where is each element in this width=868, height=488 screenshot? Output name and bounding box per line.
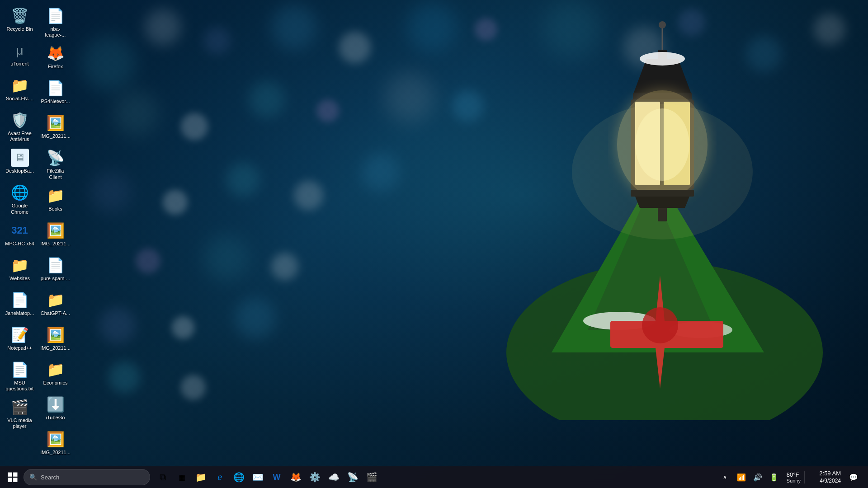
icon-img-3[interactable]: 🖼️ IMG_20211... (38, 323, 72, 357)
svg-marker-3 (588, 185, 714, 330)
wifi-tray[interactable]: 📶 (734, 468, 749, 486)
svg-rect-16 (664, 102, 690, 185)
icon-mpc[interactable]: 321 MPC-HC x64 (3, 219, 37, 253)
svg-rect-6 (610, 321, 723, 348)
msu-label: MSU questions.txt (5, 380, 35, 392)
search-bar[interactable]: 🔍 Search (24, 469, 150, 485)
icon-recycle-bin[interactable]: 🗑️ Recycle Bin (3, 4, 37, 38)
clock[interactable]: 2:59 AM 4/9/2024 (808, 470, 844, 484)
avast-label: Avast Free Antivirus (5, 131, 35, 142)
icon-janematop[interactable]: 📄 JaneMatop... (3, 288, 37, 322)
icon-chatgpt[interactable]: 📁 ChatGPT-A... (38, 288, 72, 322)
desktop-icons: 🗑️ Recycle Bin μ uTorrent 📁 Social-FN-..… (0, 0, 99, 466)
chatgpt-label: ChatGPT-A... (41, 310, 70, 316)
avast-icon: 🛡️ (11, 111, 29, 129)
nba-label: nba-league-... (40, 26, 71, 38)
taskbar-pinned-icons: ⧉ ▦ 📁 ℯ 🌐 ✉️ W 🦊 ⚙️ ☁️ 📡 🎬 (154, 468, 381, 486)
mpc-icon: 321 (11, 221, 29, 239)
svg-rect-19 (631, 190, 694, 197)
recycle-bin-icon: 🗑️ (11, 7, 29, 25)
taskbar-widgets[interactable]: ▦ (173, 468, 191, 486)
img3-label: IMG_20211... (40, 345, 71, 351)
ps4-label: PS4Networ... (41, 99, 70, 104)
notepadpp-label: Notepad++ (7, 345, 32, 351)
janematop-label: JaneMatop... (5, 310, 34, 316)
taskbar-settings[interactable]: ⚙️ (306, 468, 324, 486)
icon-img-2[interactable]: 🖼️ IMG_20211... (38, 219, 72, 253)
taskbar-filezilla[interactable]: 📡 (344, 468, 362, 486)
icon-itubego[interactable]: ⬇️ iTubeGo (38, 393, 72, 427)
nba-icon: 📄 (47, 7, 65, 25)
icon-nba-league[interactable]: 📄 nba-league-... (38, 4, 72, 41)
icon-social-fn[interactable]: 📁 Social-FN-... (3, 74, 37, 108)
icon-ps4network[interactable]: 📄 PS4Networ... (38, 76, 72, 110)
img1-label: IMG_20211... (40, 133, 71, 139)
icon-utorrent[interactable]: μ uTorrent (3, 39, 37, 73)
svg-point-22 (659, 21, 666, 28)
start-button[interactable] (4, 468, 22, 486)
taskbar-word[interactable]: W (268, 468, 286, 486)
icon-desktopba[interactable]: 🖥 DesktopBa... (3, 146, 37, 180)
icon-pure-spam[interactable]: 📄 pure-spam-... (38, 253, 72, 287)
svg-marker-8 (656, 276, 665, 321)
social-fn-icon: 📁 (11, 76, 29, 94)
notepadpp-icon: 📝 (11, 326, 29, 344)
filezilla-icon: 📡 (47, 149, 65, 167)
icon-img-4[interactable]: 🖼️ IMG_20211... (38, 427, 72, 461)
icon-vlc[interactable]: 🎬 VLC media player (3, 395, 37, 432)
icon-books[interactable]: 📁 Books (38, 184, 72, 218)
svg-rect-15 (635, 102, 660, 185)
taskbar-mail[interactable]: ✉️ (249, 468, 267, 486)
taskbar-file-explorer[interactable]: 📁 (192, 468, 210, 486)
msu-icon: 📄 (11, 361, 29, 379)
svg-point-10 (642, 307, 678, 343)
clock-time: 2:59 AM (819, 470, 841, 478)
icon-avast[interactable]: 🛡️ Avast Free Antivirus (3, 108, 37, 145)
bokeh-background (0, 0, 868, 488)
desktop: 🗑️ Recycle Bin μ uTorrent 📁 Social-FN-..… (0, 0, 868, 488)
svg-marker-9 (656, 348, 665, 389)
svg-marker-12 (633, 59, 692, 95)
filezilla-label: FileZilla Client (40, 168, 71, 180)
taskbar-firefox[interactable]: 🦊 (287, 468, 305, 486)
svg-point-18 (635, 108, 689, 181)
books-icon: 📁 (47, 187, 65, 205)
img3-icon: 🖼️ (47, 326, 65, 344)
ps4-icon: 📄 (47, 79, 65, 97)
notification-center[interactable]: 💬 (846, 468, 861, 486)
icon-filezilla[interactable]: 📡 FileZilla Client (38, 146, 72, 183)
img2-icon: 🖼️ (47, 221, 65, 239)
vlc-label: VLC media player (5, 418, 35, 429)
windows-logo-icon (6, 471, 19, 483)
svg-marker-2 (552, 172, 764, 352)
icon-websites[interactable]: 📁 Websites (3, 253, 37, 287)
taskbar-task-view[interactable]: ⧉ (154, 468, 172, 486)
svg-rect-11 (658, 50, 667, 221)
icon-google-chrome[interactable]: 🌐 Google Chrome (3, 181, 37, 217)
icon-img-1[interactable]: 🖼️ IMG_20211... (38, 111, 72, 145)
img1-icon: 🖼️ (47, 114, 65, 132)
taskbar: 🔍 Search ⧉ ▦ 📁 ℯ 🌐 ✉️ W 🦊 ⚙️ ☁️ 📡 🎬 ∧ 📶 … (0, 466, 868, 488)
icon-firefox[interactable]: 🦊 Firefox (38, 42, 72, 75)
volume-tray[interactable]: 🔊 (750, 468, 765, 486)
taskbar-edge[interactable]: ℯ (211, 468, 229, 486)
svg-marker-20 (635, 197, 689, 208)
taskbar-vlc[interactable]: 🎬 (363, 468, 381, 486)
icon-economics[interactable]: 📁 Economics (38, 358, 72, 392)
chrome-label: Google Chrome (5, 203, 35, 215)
weather-widget[interactable]: 80°F Sunny (783, 471, 805, 483)
svg-rect-14 (631, 99, 694, 190)
icon-notepadpp[interactable]: 📝 Notepad++ (3, 323, 37, 357)
svg-marker-1 (574, 194, 710, 352)
taskbar-onedrive[interactable]: ☁️ (325, 468, 343, 486)
mpc-label: MPC-HC x64 (5, 241, 34, 247)
janematop-icon: 📄 (11, 291, 29, 309)
show-hidden-tray[interactable]: ∧ (718, 468, 732, 486)
itubego-icon: ⬇️ (47, 395, 65, 413)
taskbar-chrome[interactable]: 🌐 (230, 468, 248, 486)
websites-icon: 📁 (11, 256, 29, 274)
spam-icon: 📄 (47, 256, 65, 274)
svg-point-23 (640, 52, 685, 66)
battery-tray[interactable]: 🔋 (767, 468, 781, 486)
icon-msu-questions[interactable]: 📄 MSU questions.txt (3, 358, 37, 394)
